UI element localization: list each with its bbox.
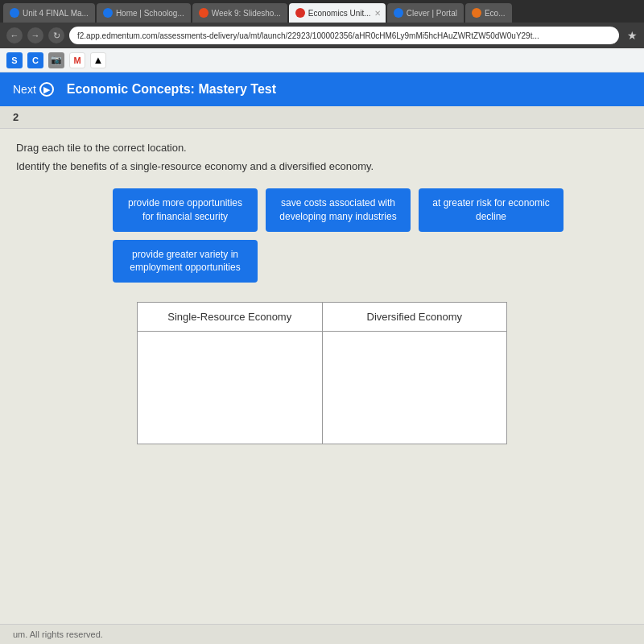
tab-icon-slides: [199, 8, 208, 18]
drop-zone-diversified[interactable]: [322, 332, 507, 444]
clever-icon[interactable]: C: [27, 52, 43, 68]
question-text: Identify the benefits of a single-resour…: [16, 160, 628, 172]
question-number: 2: [13, 111, 19, 123]
question-content: Drag each tile to the correct location. …: [0, 129, 644, 457]
content-wrapper: Next ▶ Economic Concepts: Mastery Test 2…: [0, 72, 644, 644]
drop-table: Single-Resource Economy Diversified Econ…: [137, 302, 507, 444]
next-button[interactable]: Next ▶: [13, 82, 54, 97]
tile-greater-risk[interactable]: at greater risk for economic decline: [419, 188, 564, 232]
browser-chrome: Unit 4 FINAL Ma... Home | Schoolog... We…: [0, 0, 644, 72]
bookmark-icon[interactable]: ★: [627, 29, 638, 42]
tab-schoology[interactable]: Home | Schoolog...: [97, 3, 191, 23]
tab-unit4[interactable]: Unit 4 FINAL Ma...: [3, 3, 95, 23]
tab-eco[interactable]: Eco...: [465, 3, 512, 23]
back-button[interactable]: ←: [6, 27, 23, 43]
tab-economics[interactable]: Economics Unit... ✕: [289, 3, 386, 23]
address-bar[interactable]: f2.app.edmentum.com/assessments-delivery…: [69, 27, 619, 44]
tab-slides[interactable]: Week 9: Slidesho...: [192, 3, 287, 23]
tab-icon-economics: [295, 8, 305, 18]
col2-header: Diversified Economy: [322, 303, 507, 332]
tab-icon-schoology: [103, 8, 113, 18]
tile-employment[interactable]: provide greater variety in employment op…: [113, 240, 258, 283]
address-bar-row: ← → ↻ f2.app.edmentum.com/assessments-de…: [0, 23, 644, 48]
tab-icon-clever: [394, 8, 403, 18]
instruction-text: Drag each tile to the correct location.: [16, 142, 628, 154]
question-number-bar: 2: [0, 106, 644, 129]
page-title: Economic Concepts: Mastery Test: [67, 82, 276, 97]
tab-close-icon[interactable]: ✕: [374, 9, 381, 18]
drive-icon[interactable]: ▲: [90, 52, 106, 68]
forward-button[interactable]: →: [27, 27, 43, 43]
next-label: Next: [13, 83, 36, 96]
drop-zone-single[interactable]: [138, 332, 323, 444]
next-arrow-icon: ▶: [39, 82, 54, 97]
camera-icon[interactable]: 📷: [48, 52, 64, 68]
refresh-button[interactable]: ↻: [48, 27, 64, 43]
col1-header: Single-Resource Economy: [138, 303, 323, 332]
page-header: Next ▶ Economic Concepts: Mastery Test: [0, 72, 644, 106]
gmail-icon[interactable]: M: [69, 52, 85, 68]
browser-toolbar: S C 📷 M ▲: [0, 48, 644, 72]
tab-icon-unit4: [10, 8, 19, 18]
tab-clever[interactable]: Clever | Portal: [387, 3, 464, 23]
tile-financial-security[interactable]: provide more opportunities for financial…: [113, 188, 258, 232]
footer-text: um. All rights reserved.: [13, 630, 103, 639]
tiles-container: provide more opportunities for financial…: [16, 188, 628, 283]
tab-bar: Unit 4 FINAL Ma... Home | Schoolog... We…: [0, 0, 644, 23]
question-area: 2 Drag each tile to the correct location…: [0, 106, 644, 624]
schoology-icon[interactable]: S: [6, 52, 23, 68]
tile-save-costs[interactable]: save costs associated with developing ma…: [266, 188, 411, 232]
footer: um. All rights reserved.: [0, 624, 644, 644]
tab-icon-eco: [472, 8, 481, 18]
drop-table-wrapper: Single-Resource Economy Diversified Econ…: [16, 302, 628, 444]
